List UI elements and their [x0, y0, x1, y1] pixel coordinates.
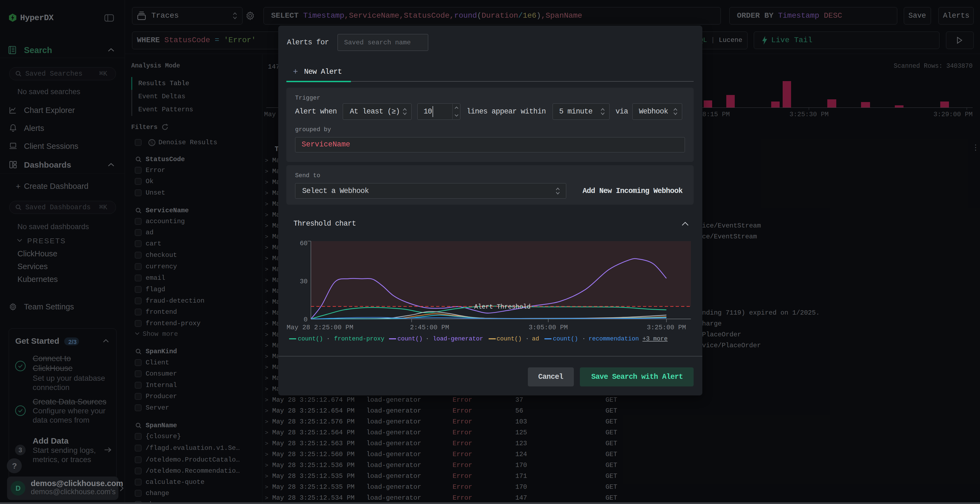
svg-text:May 28 2:25:00 PM: May 28 2:25:00 PM [286, 324, 353, 331]
svg-text:3:05:00 PM: 3:05:00 PM [529, 324, 568, 331]
svg-text:60: 60 [300, 240, 308, 247]
svg-text:3:25:00 PM: 3:25:00 PM [647, 324, 686, 331]
svg-text:2:45:00 PM: 2:45:00 PM [410, 324, 449, 331]
svg-text:Alert Threshold: Alert Threshold [474, 304, 531, 310]
svg-text:30: 30 [300, 278, 308, 285]
svg-text:0: 0 [304, 316, 308, 323]
